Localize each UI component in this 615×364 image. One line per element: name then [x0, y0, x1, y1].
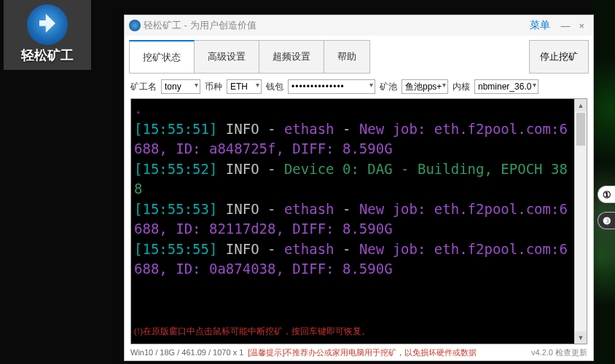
- float-badge-1[interactable]: ①: [598, 186, 615, 203]
- pool-select[interactable]: [401, 79, 448, 94]
- app-icon: [129, 20, 141, 31]
- status-warning: [温馨提示]不推荐办公或家用电脑用于挖矿，以免损坏硬件或数据: [248, 347, 477, 358]
- tab-overclock-settings[interactable]: 超频设置: [259, 40, 324, 74]
- scroll-up-arrow-icon[interactable]: ▲: [575, 99, 587, 111]
- status-sysinfo: Win10 / 18G / 461.09 / 1070 x 1: [130, 348, 243, 357]
- menu-button[interactable]: 菜单: [530, 19, 550, 32]
- coin-select[interactable]: [227, 79, 262, 94]
- miner-name-label: 矿工名: [130, 81, 157, 93]
- tab-strip: 挖矿状态 高级设置 超频设置 帮助 停止挖矿: [125, 36, 593, 74]
- desktop-background: [593, 0, 615, 364]
- app-shortcut-icon: [27, 4, 68, 45]
- tab-mining-status[interactable]: 挖矿状态: [129, 40, 195, 74]
- main-window: 轻松矿工 - 为用户创造价值 菜单 — × 挖矿状态 高级设置 超频设置 帮助 …: [124, 15, 594, 361]
- stop-mining-button[interactable]: 停止挖矿: [529, 40, 589, 74]
- terminal-output[interactable]: .[15:55:51] INFO - ethash - New job: eth…: [131, 99, 574, 344]
- titlebar: 轻松矿工 - 为用户创造价值 菜单 — ×: [125, 15, 593, 36]
- tab-help[interactable]: 帮助: [324, 40, 370, 74]
- status-bar: Win10 / 18G / 461.09 / 1070 x 1 [温馨提示]不推…: [125, 344, 593, 360]
- scroll-down-arrow-icon[interactable]: ▼: [575, 331, 587, 344]
- window-title: 轻松矿工 - 为用户创造价值: [144, 19, 530, 32]
- config-row: 矿工名 ▾ 币种 ▾ 钱包 ▾ 矿池 ▾ 内核 ▾: [125, 74, 593, 98]
- scroll-thumb[interactable]: [576, 113, 585, 146]
- tab-advanced-settings[interactable]: 高级设置: [194, 40, 259, 74]
- kernel-select[interactable]: [474, 79, 538, 94]
- desktop-shortcut[interactable]: 轻松矿工: [4, 0, 91, 70]
- wallet-input[interactable]: [288, 79, 375, 94]
- status-version[interactable]: v4.2.0 检查更新: [531, 347, 587, 358]
- desktop-shortcut-label: 轻松矿工: [4, 47, 91, 64]
- minimize-button[interactable]: —: [556, 20, 574, 31]
- float-badges: ① ❸: [598, 186, 615, 229]
- kernel-label: 内核: [453, 81, 470, 93]
- wallet-label: 钱包: [266, 81, 283, 93]
- miner-name-input[interactable]: [161, 79, 200, 94]
- coin-label: 币种: [205, 81, 222, 93]
- terminal-scrollbar[interactable]: ▲ ▼: [574, 99, 587, 344]
- pool-label: 矿池: [380, 81, 397, 93]
- float-badge-2[interactable]: ❸: [598, 212, 615, 229]
- terminal-panel: .[15:55:51] INFO - ethash - New job: eth…: [130, 98, 587, 344]
- close-button[interactable]: ×: [574, 20, 589, 31]
- scroll-track[interactable]: [575, 111, 587, 331]
